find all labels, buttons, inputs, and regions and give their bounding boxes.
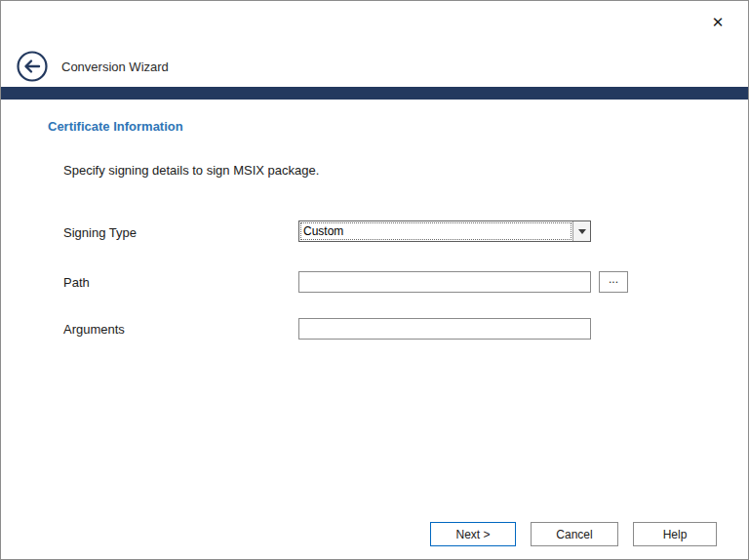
cancel-button[interactable]: Cancel: [531, 522, 618, 546]
path-label: Path: [63, 275, 90, 290]
titlebar: ✕: [1, 1, 748, 44]
back-arrow-icon: [16, 50, 49, 83]
combo-dropdown-button[interactable]: [572, 221, 590, 241]
close-icon: ✕: [712, 14, 725, 30]
page-description: Specify signing details to sign MSIX pac…: [63, 163, 319, 178]
page-title: Certificate Information: [48, 119, 183, 134]
wizard-title: Conversion Wizard: [61, 60, 169, 74]
close-button[interactable]: ✕: [703, 9, 732, 36]
arguments-label: Arguments: [63, 322, 125, 337]
arguments-input[interactable]: [298, 318, 591, 340]
back-button[interactable]: [16, 50, 49, 83]
signing-type-combobox[interactable]: Custom: [298, 220, 591, 242]
footer-buttons: Next > Cancel Help: [430, 522, 717, 546]
path-input[interactable]: [298, 271, 591, 293]
accent-bar: [1, 87, 748, 100]
signing-type-value: Custom: [299, 221, 572, 241]
help-button[interactable]: Help: [633, 522, 717, 546]
browse-button[interactable]: ...: [599, 271, 628, 293]
wizard-header: Conversion Wizard: [16, 46, 169, 87]
conversion-wizard-dialog: ✕ Conversion Wizard Certificate Informat…: [0, 0, 749, 560]
next-button[interactable]: Next >: [430, 522, 516, 546]
chevron-down-icon: [578, 229, 586, 234]
signing-type-label: Signing Type: [63, 225, 137, 240]
